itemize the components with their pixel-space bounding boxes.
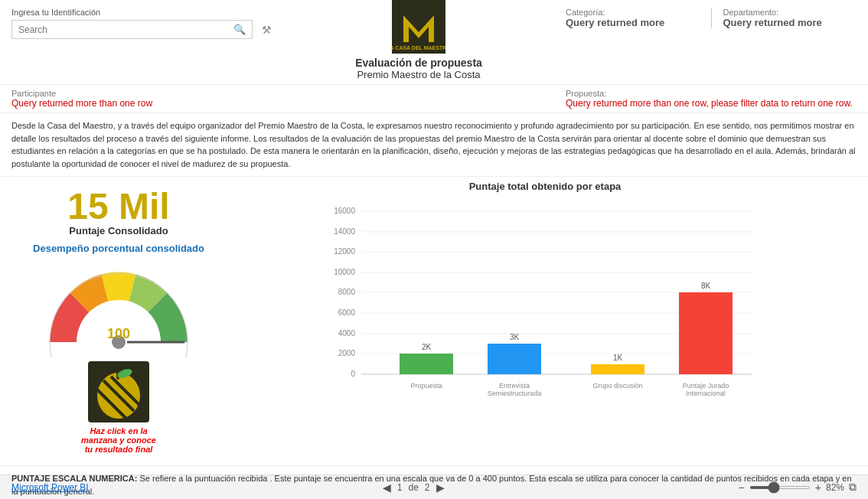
bar-chart-svg: 16000 14000 12000 10000 8000 6000 4000 2…	[233, 198, 857, 413]
zoom-label: 82%	[826, 482, 844, 493]
propuesta-label: Propuesta:	[566, 89, 857, 98]
bar-grupo	[591, 364, 644, 374]
participante-label: Participante	[11, 89, 272, 98]
svg-text:8K: 8K	[701, 282, 711, 290]
logo-icon: LA CASA DEL MAESTRO	[392, 0, 445, 54]
apple-label: Haz click en la manzana y conoce tu resu…	[80, 426, 157, 454]
svg-text:Grupo discusión: Grupo discusión	[592, 382, 642, 390]
svg-text:6000: 6000	[338, 308, 356, 317]
desempeno-label: Desempeño porcentual consolidado	[33, 243, 204, 254]
search-box[interactable]: 🔍	[11, 20, 253, 39]
center-title: Evaluación de propuesta	[355, 57, 482, 69]
center-subtitle: Premio Maestro de la Costa	[357, 69, 480, 80]
gauge-chart: 100	[34, 258, 203, 350]
chart-title: Puntaje total obtenido por etapa	[233, 181, 857, 192]
bottom-center: ◀ 1 de 2 ▶	[383, 481, 445, 494]
departamento-label: Departamento:	[723, 8, 857, 17]
svg-text:16000: 16000	[334, 207, 355, 215]
scorecard: 15 Mil Puntaje Consolidado Desempeño por…	[11, 181, 226, 461]
identification-section: Ingresa tu Identificación 🔍 ⚒	[11, 8, 272, 39]
prev-page-button[interactable]: ◀	[383, 481, 391, 494]
svg-text:Internacional: Internacional	[686, 390, 726, 397]
bar-entrevista	[488, 344, 541, 374]
center-header: LA CASA DEL MAESTRO Evaluación de propue…	[287, 0, 550, 80]
chart-area: Puntaje total obtenido por etapa 16000 1…	[233, 181, 857, 461]
categoria-value: Query returned more	[566, 17, 700, 28]
bar-jurado	[679, 292, 733, 374]
svg-text:2000: 2000	[338, 349, 356, 357]
svg-text:1K: 1K	[613, 354, 623, 362]
zoom-plus-button[interactable]: +	[815, 481, 821, 494]
svg-text:100: 100	[107, 326, 130, 341]
page-de-label: de	[408, 482, 418, 493]
svg-text:Propuesta: Propuesta	[410, 382, 442, 390]
propuesta-section: Propuesta: Query returned more than one …	[566, 89, 857, 109]
fullscreen-icon[interactable]: ⧉	[849, 481, 857, 494]
svg-text:2K: 2K	[422, 343, 432, 351]
participante-value: Query returned more than one row	[11, 98, 272, 109]
svg-text:0: 0	[351, 370, 355, 378]
zoom-slider[interactable]	[749, 486, 811, 489]
svg-text:Puntaje Jurado: Puntaje Jurado	[683, 382, 729, 390]
bottom-right: − + 82% ⧉	[739, 481, 857, 494]
apple-icon[interactable]	[88, 361, 149, 422]
categoria-label: Categoría:	[566, 8, 700, 17]
identification-label: Ingresa tu Identificación	[11, 8, 272, 17]
page-current: 1	[397, 482, 403, 493]
svg-text:12000: 12000	[334, 247, 355, 256]
departamento-value: Query returned more	[723, 17, 857, 28]
powerbi-link[interactable]: Microsoft Power BI	[11, 482, 89, 493]
svg-text:3K: 3K	[510, 333, 520, 341]
svg-text:10000: 10000	[334, 268, 355, 276]
svg-text:Entrevista: Entrevista	[499, 382, 530, 390]
description-block: Desde la Casa del Maestro, y a través de…	[0, 113, 868, 177]
apple-area: Haz click en la manzana y conoce tu resu…	[80, 361, 157, 454]
propuesta-value: Query returned more than one row, please…	[566, 98, 857, 109]
svg-text:8000: 8000	[338, 288, 356, 296]
svg-text:Semiestructurada: Semiestructurada	[488, 390, 542, 397]
gauge-svg: 100	[34, 258, 203, 357]
filter-icon[interactable]: ⚒	[262, 24, 272, 36]
svg-text:LA CASA DEL MAESTRO: LA CASA DEL MAESTRO	[392, 45, 445, 51]
search-input[interactable]	[18, 24, 233, 35]
page-total: 2	[425, 482, 430, 493]
participante-section: Participante Query returned more than on…	[11, 89, 272, 109]
score-value: 15 Mil	[67, 188, 169, 225]
search-icon[interactable]: 🔍	[233, 24, 246, 35]
score-label: Puntaje Consolidado	[69, 225, 168, 236]
zoom-minus-button[interactable]: −	[739, 481, 745, 494]
svg-text:14000: 14000	[334, 227, 355, 236]
bar-propuesta	[400, 354, 453, 374]
header-right: Categoría: Query returned more Departame…	[566, 8, 857, 28]
chart-wrap: 16000 14000 12000 10000 8000 6000 4000 2…	[233, 198, 857, 461]
svg-text:4000: 4000	[338, 329, 356, 338]
next-page-button[interactable]: ▶	[436, 481, 445, 494]
bottom-left: Microsoft Power BI	[11, 482, 89, 493]
description-text: Desde la Casa del Maestro, y a través de…	[11, 121, 856, 168]
